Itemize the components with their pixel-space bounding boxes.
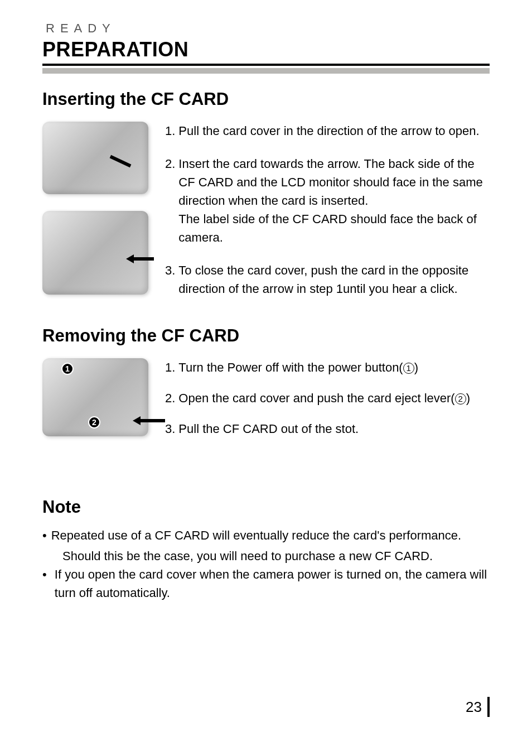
arrow-icon: [110, 155, 132, 167]
step-number: 2.: [165, 155, 175, 247]
step-text-part: ): [466, 391, 470, 405]
callout-badge-2: 2: [88, 416, 100, 428]
page-number: 23: [466, 697, 490, 717]
bullet-icon: •: [42, 526, 47, 545]
note-heading: Note: [42, 497, 490, 517]
note-item: • If you open the card cover when the ca…: [42, 565, 490, 602]
step-text-part: ): [414, 360, 418, 374]
step-text: Open the card cover and push the card ej…: [178, 389, 490, 407]
step-text: Turn the Power off with the power button…: [178, 358, 490, 377]
camera-illustration-2: [42, 211, 148, 295]
step-text: Insert the card towards the arrow. The b…: [178, 155, 490, 247]
note-item: • Repeated use of a CF CARD will eventua…: [42, 526, 490, 545]
arrow-head-icon: [133, 416, 141, 425]
step-text-part: Open the card cover and push the card ej…: [178, 391, 454, 405]
step-text: Pull the CF CARD out of the stot.: [178, 420, 490, 438]
step-number: 3.: [165, 261, 175, 298]
circled-number-icon: 1: [403, 363, 414, 374]
breadcrumb: READY: [46, 21, 490, 36]
section-heading-inserting: Inserting the CF CARD: [42, 89, 490, 109]
step-text: To close the card cover, push the card i…: [178, 261, 490, 298]
page-title: PREPARATION: [42, 38, 490, 61]
arrow-head-icon: [126, 254, 134, 263]
step-text-part: Turn the Power off with the power button…: [178, 360, 403, 374]
callout-badge-1: 1: [61, 363, 74, 375]
step-number: 2.: [165, 389, 175, 407]
note-text: Repeated use of a CF CARD will eventuall…: [51, 526, 461, 545]
circled-number-icon: 2: [455, 393, 466, 405]
title-rule-grey: [42, 68, 490, 74]
section-heading-removing: Removing the CF CARD: [42, 326, 490, 346]
step-number: 1.: [165, 358, 175, 377]
arrow-shaft-icon: [134, 257, 154, 261]
step-text: Pull the card cover in the direction of …: [178, 122, 490, 140]
camera-illustration-1: [42, 122, 148, 194]
step-number: 1.: [165, 122, 175, 140]
title-rule-thick: [42, 64, 490, 66]
bullet-icon: •: [42, 565, 50, 602]
note-text: If you open the card cover when the came…: [55, 565, 490, 602]
camera-illustration-3: 1 2: [42, 358, 148, 436]
arrow-shaft-icon: [141, 419, 165, 422]
step-number: 3.: [165, 420, 175, 438]
note-text-continuation: Should this be the case, you will need t…: [42, 547, 490, 565]
